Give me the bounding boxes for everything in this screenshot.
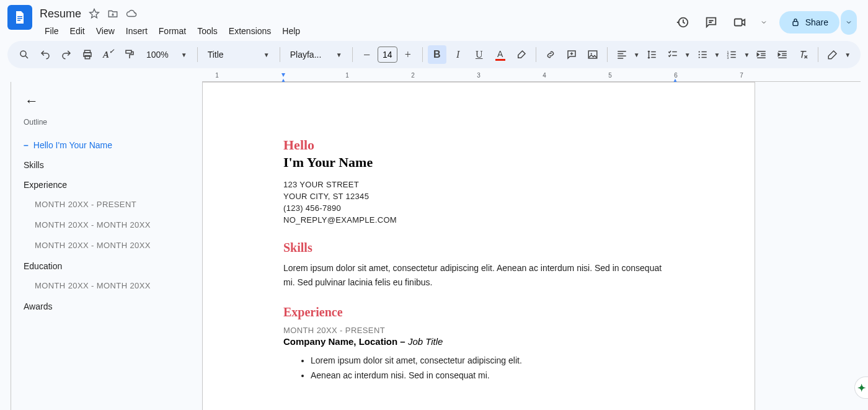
document-page[interactable]: Hello I'm Your Name 123 YOUR STREET YOUR… xyxy=(202,82,755,410)
experience-date[interactable]: MONTH 20XX - PRESENT xyxy=(283,326,674,335)
experience-bullets[interactable]: Lorem ipsum dolor sit amet, consectetur … xyxy=(283,354,674,383)
editing-mode-button[interactable] xyxy=(823,45,842,64)
menu-insert[interactable]: Insert xyxy=(121,24,153,38)
outline-item[interactable]: Experience xyxy=(21,175,192,195)
docs-logo-icon[interactable] xyxy=(7,5,32,30)
svg-point-15 xyxy=(698,56,699,58)
meet-icon[interactable] xyxy=(731,14,748,31)
outline-item[interactable]: Education xyxy=(21,256,192,276)
indent-increase-icon[interactable] xyxy=(773,45,792,64)
zoom-select[interactable]: 100%▼ xyxy=(141,45,192,64)
outline-panel: ← Outline –Hello I'm Your NameSkillsExpe… xyxy=(11,82,202,410)
print-icon[interactable] xyxy=(78,45,97,64)
search-icon[interactable] xyxy=(15,45,33,64)
style-select[interactable]: Title▼ xyxy=(203,45,275,64)
outline-label: Outline xyxy=(24,118,192,127)
heading-name[interactable]: I'm Your Name xyxy=(283,154,674,171)
align-button[interactable] xyxy=(613,45,631,64)
share-dropdown[interactable] xyxy=(841,10,857,35)
svg-point-13 xyxy=(698,51,699,52)
menu-bar: FileEditViewInsertFormatToolsExtensionsH… xyxy=(40,24,674,38)
font-size-input[interactable] xyxy=(378,47,397,63)
menu-file[interactable]: File xyxy=(40,24,64,38)
line-spacing-button[interactable] xyxy=(642,45,661,64)
underline-button[interactable]: U xyxy=(470,45,489,64)
svg-text:3: 3 xyxy=(727,56,729,60)
clear-formatting-icon[interactable] xyxy=(794,45,813,64)
star-icon[interactable] xyxy=(89,8,100,19)
outline-item[interactable]: MONTH 20XX - MONTH 20XX xyxy=(21,236,192,255)
toolbar: A✓ 100%▼ Title▼ Playfa...▼ − + B I U A ▼… xyxy=(7,41,861,68)
menu-edit[interactable]: Edit xyxy=(65,24,90,38)
menu-help[interactable]: Help xyxy=(277,24,305,38)
checklist-dropdown[interactable]: ▼ xyxy=(684,51,691,58)
move-icon[interactable] xyxy=(107,8,118,19)
align-dropdown[interactable]: ▼ xyxy=(634,51,640,58)
experience-company[interactable]: Company Name, Location – Job Title xyxy=(283,336,674,347)
meet-dropdown-icon[interactable] xyxy=(760,14,768,31)
outline-back-icon[interactable]: ← xyxy=(25,93,38,109)
share-button[interactable]: Share xyxy=(779,11,839,33)
outline-item[interactable]: MONTH 20XX - PRESENT xyxy=(21,195,192,214)
indent-decrease-icon[interactable] xyxy=(752,45,771,64)
font-select[interactable]: Playfa...▼ xyxy=(285,45,347,64)
share-label: Share xyxy=(805,17,828,27)
undo-icon[interactable] xyxy=(36,45,55,64)
outline-item[interactable]: MONTH 20XX - MONTH 20XX xyxy=(21,215,192,234)
outline-item[interactable]: –Hello I'm Your Name xyxy=(21,135,192,155)
svg-rect-1 xyxy=(17,18,22,19)
skills-body[interactable]: Lorem ipsum dolor sit amet, consectetur … xyxy=(283,261,674,289)
add-comment-icon[interactable] xyxy=(562,45,581,64)
highlight-button[interactable] xyxy=(512,45,531,64)
cloud-status-icon[interactable] xyxy=(126,8,137,19)
menu-format[interactable]: Format xyxy=(154,24,191,38)
svg-point-6 xyxy=(20,51,26,56)
editing-mode-dropdown[interactable]: ▼ xyxy=(844,51,851,58)
font-size-decrease[interactable]: − xyxy=(358,45,376,64)
vertical-ruler[interactable] xyxy=(0,82,11,410)
svg-point-14 xyxy=(698,54,699,55)
menu-view[interactable]: View xyxy=(91,24,120,38)
svg-rect-4 xyxy=(734,19,742,26)
paint-format-icon[interactable] xyxy=(120,45,139,64)
redo-icon[interactable] xyxy=(57,45,76,64)
checklist-button[interactable] xyxy=(663,45,682,64)
bulleted-list-button[interactable] xyxy=(693,45,712,64)
menu-tools[interactable]: Tools xyxy=(192,24,223,38)
outline-item[interactable]: MONTH 20XX - MONTH 20XX xyxy=(21,276,192,295)
heading-skills[interactable]: Skills xyxy=(283,241,674,255)
bulleted-dropdown[interactable]: ▼ xyxy=(714,51,720,58)
heading-experience[interactable]: Experience xyxy=(283,305,674,319)
numbered-dropdown[interactable]: ▼ xyxy=(743,51,750,58)
doc-title[interactable]: Resume xyxy=(40,7,81,20)
svg-rect-2 xyxy=(17,20,20,21)
heading-hello[interactable]: Hello xyxy=(283,137,674,153)
svg-point-12 xyxy=(590,53,591,54)
comments-icon[interactable] xyxy=(702,14,720,31)
outline-item[interactable]: Skills xyxy=(21,155,192,175)
menu-extensions[interactable]: Extensions xyxy=(224,24,276,38)
svg-rect-0 xyxy=(17,16,22,17)
numbered-list-button[interactable]: 123 xyxy=(722,45,741,64)
horizontal-ruler[interactable]: ▾ ▴ 1 1 2 3 4 5 6 ▴ 7 xyxy=(202,71,861,82)
history-icon[interactable] xyxy=(674,14,691,31)
svg-rect-5 xyxy=(793,22,798,26)
text-color-button[interactable]: A xyxy=(491,45,510,64)
outline-item[interactable]: Awards xyxy=(21,296,192,316)
italic-button[interactable]: I xyxy=(449,45,467,64)
insert-image-icon[interactable] xyxy=(583,45,602,64)
bold-button[interactable]: B xyxy=(428,45,446,64)
spellcheck-icon[interactable]: A✓ xyxy=(99,45,118,64)
insert-link-icon[interactable] xyxy=(541,45,560,64)
font-size-increase[interactable]: + xyxy=(399,45,417,64)
svg-rect-10 xyxy=(126,50,131,53)
contact-block[interactable]: 123 YOUR STREET YOUR CITY, ST 12345 (123… xyxy=(283,179,674,226)
